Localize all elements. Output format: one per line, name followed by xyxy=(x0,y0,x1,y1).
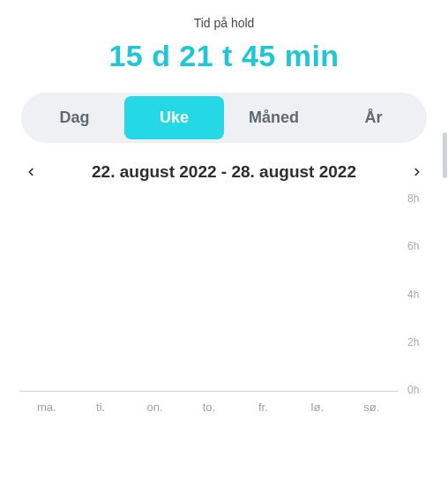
x-tick-label: on. xyxy=(128,400,182,414)
chart-plot-area: 8h6h4h2h0h xyxy=(19,198,399,392)
time-range-segmented: DagUkeMånedÅr xyxy=(21,93,427,143)
scrollbar[interactable] xyxy=(443,132,447,178)
y-tick-label: 8h xyxy=(407,192,419,205)
x-tick-label: fr. xyxy=(236,400,290,414)
y-tick-label: 4h xyxy=(407,288,419,301)
y-tick-label: 6h xyxy=(407,240,419,252)
date-range-label: 22. august 2022 - 28. august 2022 xyxy=(56,162,392,182)
chart-x-axis: ma.ti.on.to.fr.lø.sø. xyxy=(19,392,399,414)
chart-y-axis: 8h6h4h2h0h xyxy=(402,192,434,396)
prev-date-button[interactable] xyxy=(19,161,42,183)
header-label: Tid på hold xyxy=(9,16,439,30)
x-tick-label: sø. xyxy=(345,400,399,414)
chart: 8h6h4h2h0h ma.ti.on.to.fr.lø.sø. xyxy=(9,191,439,414)
x-tick-label: ti. xyxy=(73,400,127,414)
date-navigation: 22. august 2022 - 28. august 2022 xyxy=(9,161,439,183)
segment-month[interactable]: Måned xyxy=(224,96,324,139)
next-date-button[interactable] xyxy=(406,161,429,183)
x-tick-label: ma. xyxy=(19,400,73,414)
y-tick-label: 0h xyxy=(407,384,419,396)
x-tick-label: lø. xyxy=(290,400,344,414)
segment-year[interactable]: År xyxy=(324,96,423,139)
segment-week[interactable]: Uke xyxy=(124,96,224,139)
total-time-value: 15 d 21 t 45 min xyxy=(9,39,439,73)
y-tick-label: 2h xyxy=(407,336,419,348)
segment-day[interactable]: Dag xyxy=(25,96,124,139)
x-tick-label: to. xyxy=(182,400,235,414)
